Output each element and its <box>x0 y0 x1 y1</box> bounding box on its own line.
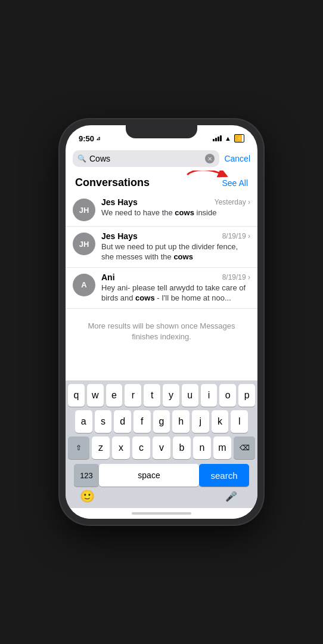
location-icon: ⊿ <box>96 135 101 141</box>
key-m[interactable]: m <box>213 436 231 459</box>
avatar: A <box>73 274 95 296</box>
key-w[interactable]: w <box>87 384 104 407</box>
search-glass-icon: 🔍 <box>77 154 86 163</box>
key-a[interactable]: a <box>75 410 92 433</box>
key-v[interactable]: v <box>153 436 170 459</box>
signal-icon <box>213 135 222 141</box>
keyboard-row-1: q w e r t y u i o p <box>68 384 255 407</box>
key-p[interactable]: p <box>238 384 255 407</box>
conversation-date: 8/19/19 › <box>222 232 250 240</box>
keyboard-row-2: a s d f g h j k l <box>68 410 255 433</box>
backspace-key[interactable]: ⌫ <box>234 436 255 459</box>
keyboard[interactable]: q w e r t y u i o p a s d f g h j k <box>66 380 257 508</box>
key-n[interactable]: n <box>193 436 211 459</box>
conversation-item[interactable]: A Ani 8/19/19 › Hey ani- please tell arw… <box>66 268 257 309</box>
space-label: space <box>138 470 160 480</box>
time-label: 9:50 <box>79 134 94 143</box>
search-label: search <box>210 470 237 481</box>
key-u[interactable]: u <box>182 384 198 407</box>
key-h[interactable]: h <box>172 410 190 433</box>
emoji-icon[interactable]: 🙂 <box>80 489 95 503</box>
numbers-key[interactable]: 123 <box>74 464 99 487</box>
conversation-body: Jes Hays 8/19/19 › But we need to put up… <box>101 231 250 262</box>
status-icons: ▲ ⚡ <box>213 134 244 143</box>
red-arrow-annotation <box>182 171 232 184</box>
cancel-button[interactable]: Cancel <box>224 154 250 163</box>
avatar: JH <box>73 199 95 221</box>
conversations-title: Conversations <box>75 177 150 189</box>
conversation-preview: We need to have the cows inside <box>101 208 250 218</box>
search-clear-button[interactable]: ✕ <box>205 154 215 163</box>
key-b[interactable]: b <box>173 436 191 459</box>
conversation-date: 8/19/19 › <box>222 273 250 281</box>
search-bar-row: 🔍 Cows ✕ Cancel <box>66 148 257 171</box>
search-input-wrapper[interactable]: 🔍 Cows ✕ <box>73 150 219 167</box>
conversation-name: Ani <box>101 273 115 282</box>
conversation-preview: Hey ani- please tell arwydd to take care… <box>101 283 250 304</box>
key-y[interactable]: y <box>163 384 179 407</box>
shift-key[interactable]: ⇧ <box>68 436 89 459</box>
keyboard-bottom-row: 123 space search <box>68 463 255 488</box>
key-o[interactable]: o <box>219 384 236 407</box>
conversation-item[interactable]: JH Jes Hays Yesterday › We need to have … <box>66 193 257 227</box>
conversation-date: Yesterday › <box>215 198 250 206</box>
key-j[interactable]: j <box>192 410 209 433</box>
keyboard-extras-row: 🙂 🎤 <box>68 488 255 506</box>
key-z[interactable]: z <box>92 436 110 459</box>
battery-icon: ⚡ <box>234 134 244 143</box>
key-s[interactable]: s <box>95 410 112 433</box>
key-g[interactable]: g <box>153 410 170 433</box>
key-e[interactable]: e <box>106 384 123 407</box>
conversation-name: Jes Hays <box>101 231 138 241</box>
avatar: JH <box>73 233 95 255</box>
key-k[interactable]: k <box>212 410 229 433</box>
search-query-text: Cows <box>89 154 202 163</box>
wifi-icon: ▲ <box>225 135 231 142</box>
more-results-notice: More results will be shown once Messages… <box>66 309 257 354</box>
key-t[interactable]: t <box>144 384 160 407</box>
keyboard-row-3: ⇧ z x c v b n m ⌫ <box>68 436 255 459</box>
key-f[interactable]: f <box>133 410 151 433</box>
conversation-name: Jes Hays <box>101 197 138 207</box>
space-key[interactable]: space <box>99 464 199 487</box>
key-c[interactable]: c <box>132 436 150 459</box>
conversation-body: Ani 8/19/19 › Hey ani- please tell arwyd… <box>101 273 250 304</box>
content-area: Conversations See All JH <box>66 171 257 380</box>
search-key[interactable]: search <box>199 464 249 487</box>
numbers-label: 123 <box>80 471 93 480</box>
key-x[interactable]: x <box>112 436 130 459</box>
status-time: 9:50 ⊿ <box>79 134 101 143</box>
key-r[interactable]: r <box>125 384 141 407</box>
home-bar <box>132 512 191 515</box>
key-q[interactable]: q <box>68 384 85 407</box>
key-d[interactable]: d <box>114 410 131 433</box>
conversation-preview: But we need to put up the divider fence,… <box>101 242 250 262</box>
home-indicator <box>66 508 257 519</box>
key-i[interactable]: i <box>201 384 218 407</box>
conversation-list: JH Jes Hays Yesterday › We need to have … <box>66 193 257 309</box>
conversation-item[interactable]: JH Jes Hays 8/19/19 › But we need to put… <box>66 227 257 268</box>
mic-icon[interactable]: 🎤 <box>219 491 243 502</box>
more-results-text: More results will be shown once Messages… <box>88 321 235 341</box>
key-l[interactable]: l <box>231 410 248 433</box>
conversation-body: Jes Hays Yesterday › We need to have the… <box>101 197 250 218</box>
